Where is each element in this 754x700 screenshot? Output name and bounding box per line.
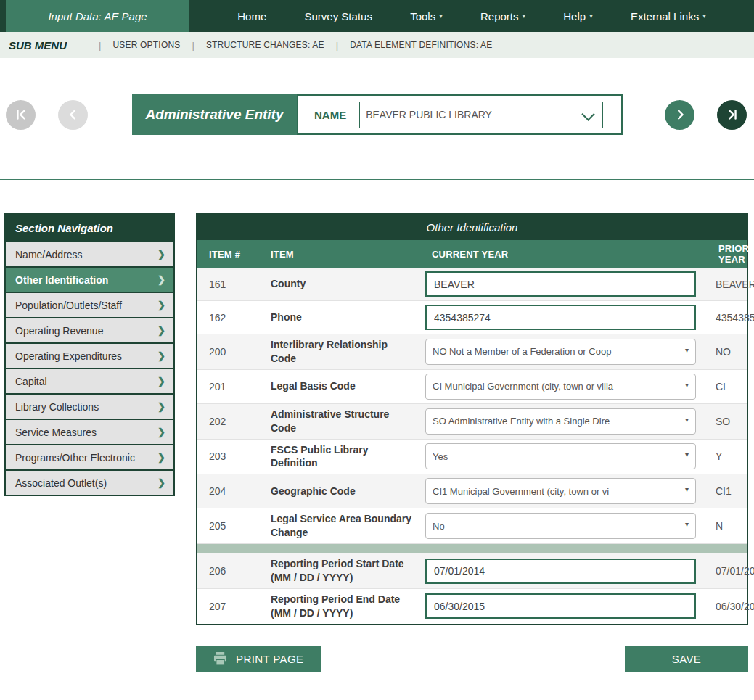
chevron-right-icon: ❯ [157, 401, 165, 412]
sidebar-item-label: Operating Expenditures [15, 350, 122, 362]
entity-pager-row: Administrative Entity NAME BEAVER PUBLIC… [0, 94, 754, 135]
sidebar-item-library-collections[interactable]: Library Collections❯ [6, 393, 173, 419]
table-row: 204 Geographic Code CI1 Municipal Govern… [197, 474, 747, 508]
nav-help[interactable]: Help▾ [563, 10, 592, 22]
select-wrap: NO Not a Member of a Federation or Coop [425, 339, 696, 365]
item-number: 203 [197, 450, 259, 462]
next-record-icon [673, 107, 687, 122]
chevron-right-icon: ❯ [157, 274, 165, 285]
prior-year-value: 07/01/2014 [707, 565, 754, 577]
sidebar-item-name-address[interactable]: Name/Address❯ [6, 241, 173, 266]
current-year-input[interactable] [425, 271, 696, 297]
nav-tools[interactable]: Tools▾ [410, 10, 443, 22]
item-number: 161 [197, 279, 259, 290]
sidebar-item-programs-other-electronic[interactable]: Programs/Other Electronic❯ [6, 444, 173, 469]
table-row: 203 FSCS Public Library Definition Yes Y [197, 439, 747, 474]
item-label: Phone [259, 310, 420, 324]
sidebar-item-other-identification[interactable]: Other Identification❯ [6, 266, 173, 292]
item-label: County [259, 277, 420, 291]
printer-icon [213, 652, 227, 665]
submenu-structure-changes[interactable]: STRUCTURE CHANGES: AE [206, 40, 324, 50]
next-record-button[interactable] [665, 100, 694, 130]
nav-survey-status-label: Survey Status [305, 10, 372, 22]
section-navigation: Section Navigation Name/Address❯ Other I… [4, 213, 175, 496]
tab-input-data-ae-page[interactable]: Input Data: AE Page [6, 0, 189, 32]
chevron-right-icon: ❯ [157, 350, 165, 361]
table-row: 206 Reporting Period Start Date (MM / DD… [197, 553, 747, 588]
separator: | [336, 40, 338, 51]
nav-reports-label: Reports [480, 10, 519, 22]
prior-year-value: N [707, 520, 747, 532]
sidebar-item-capital[interactable]: Capital❯ [6, 368, 173, 393]
section-navigation-title: Section Navigation [6, 215, 173, 241]
table-row: 202 Administrative Structure Code SO Adm… [197, 403, 747, 439]
chevron-right-icon: ❯ [157, 477, 165, 488]
last-record-icon [725, 107, 739, 122]
item-label: FSCS Public Library Definition [259, 443, 420, 471]
print-page-button[interactable]: PRINT PAGE [196, 646, 321, 672]
current-year-select[interactable]: No [425, 513, 696, 539]
current-year-select[interactable]: Yes [425, 443, 696, 469]
entity-name-select-wrap: BEAVER PUBLIC LIBRARY [359, 102, 603, 128]
select-wrap: CI Municipal Government (city, town or v… [425, 374, 696, 400]
caret-down-icon: ▾ [439, 12, 443, 20]
item-label: Administrative Structure Code [259, 408, 420, 435]
nav-home[interactable]: Home [237, 10, 266, 22]
submenu-data-element-definitions[interactable]: DATA ELEMENT DEFINITIONS: AE [350, 40, 492, 50]
entity-name-select[interactable]: BEAVER PUBLIC LIBRARY [359, 102, 603, 128]
prior-year-value: 06/30/2015 [707, 601, 754, 612]
sidebar-item-associated-outlets[interactable]: Associated Outlet(s)❯ [6, 469, 173, 495]
sidebar-item-label: Name/Address [15, 249, 83, 260]
item-number: 206 [197, 565, 259, 577]
sidebar-item-label: Other Identification [15, 274, 108, 286]
previous-record-button[interactable] [58, 100, 88, 130]
other-identification-panel: Other Identification ITEM # ITEM CURRENT… [196, 213, 748, 625]
current-year-select[interactable]: SO Administrative Entity with a Single D… [425, 408, 696, 435]
item-label: Interlibrary Relationship Code [259, 338, 420, 366]
current-year-input[interactable] [425, 559, 696, 584]
sidebar-item-label: Library Collections [15, 401, 99, 413]
separator: | [99, 40, 101, 51]
col-prior-year: PRIOR YEAR [707, 243, 749, 265]
prior-year-value: CI [707, 381, 747, 392]
sidebar-item-population-outlets-staff[interactable]: Population/Outlets/Staff❯ [6, 292, 173, 317]
chevron-right-icon: ❯ [157, 249, 165, 260]
name-label: NAME [314, 109, 346, 121]
save-button[interactable]: SAVE [625, 646, 748, 672]
table-row: 205 Legal Service Area Boundary Change N… [197, 508, 747, 543]
sidebar-item-label: Operating Revenue [15, 325, 103, 337]
sub-menu-bar: SUB MENU | USER OPTIONS | STRUCTURE CHAN… [0, 32, 754, 58]
submenu-user-options[interactable]: USER OPTIONS [112, 40, 180, 50]
horizontal-divider [0, 179, 754, 180]
sidebar-item-operating-revenue[interactable]: Operating Revenue❯ [6, 317, 173, 342]
item-number: 202 [197, 416, 259, 427]
nav-reports[interactable]: Reports▾ [480, 10, 525, 22]
chevron-right-icon: ❯ [157, 452, 165, 463]
item-label: Legal Basis Code [259, 379, 420, 393]
sidebar-item-operating-expenditures[interactable]: Operating Expenditures❯ [6, 342, 173, 368]
col-item-number: ITEM # [197, 249, 259, 260]
entity-type-label: Administrative Entity [132, 94, 297, 135]
nav-help-label: Help [563, 10, 586, 22]
sidebar-item-label: Population/Outlets/Staff [15, 300, 122, 311]
first-record-button[interactable] [6, 100, 36, 130]
current-year-input[interactable] [425, 305, 696, 330]
entity-name-box: NAME BEAVER PUBLIC LIBRARY [297, 94, 623, 135]
table-row: 161 County BEAVER [197, 268, 747, 300]
sidebar-item-service-measures[interactable]: Service Measures❯ [6, 419, 173, 444]
table-row: 162 Phone 4354385274 [197, 300, 747, 334]
table-row: 207 Reporting Period End Date (MM / DD /… [197, 588, 747, 624]
current-year-select[interactable]: CI Municipal Government (city, town or v… [425, 374, 696, 400]
nav-external-links[interactable]: External Links▾ [631, 10, 706, 22]
select-wrap: SO Administrative Entity with a Single D… [425, 408, 696, 435]
prior-year-value: BEAVER [707, 279, 754, 290]
sub-menu-title: SUB MENU [9, 39, 67, 52]
current-year-select[interactable]: NO Not a Member of a Federation or Coop [425, 339, 696, 365]
caret-down-icon: ▾ [702, 12, 706, 20]
chevron-right-icon: ❯ [157, 427, 165, 437]
current-year-select[interactable]: CI1 Municipal Government (city, town or … [425, 478, 696, 504]
nav-survey-status[interactable]: Survey Status [305, 10, 372, 22]
last-record-button[interactable] [717, 100, 747, 130]
separator: | [192, 40, 194, 51]
current-year-input[interactable] [425, 593, 696, 619]
